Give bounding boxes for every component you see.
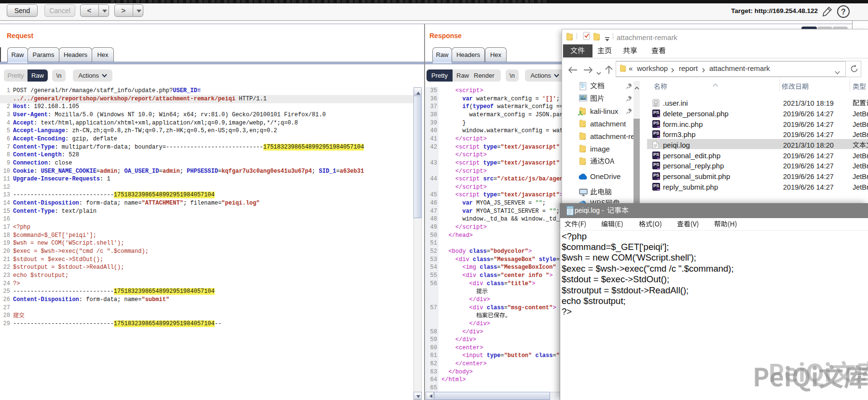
- svg-text:?: ?: [841, 8, 846, 16]
